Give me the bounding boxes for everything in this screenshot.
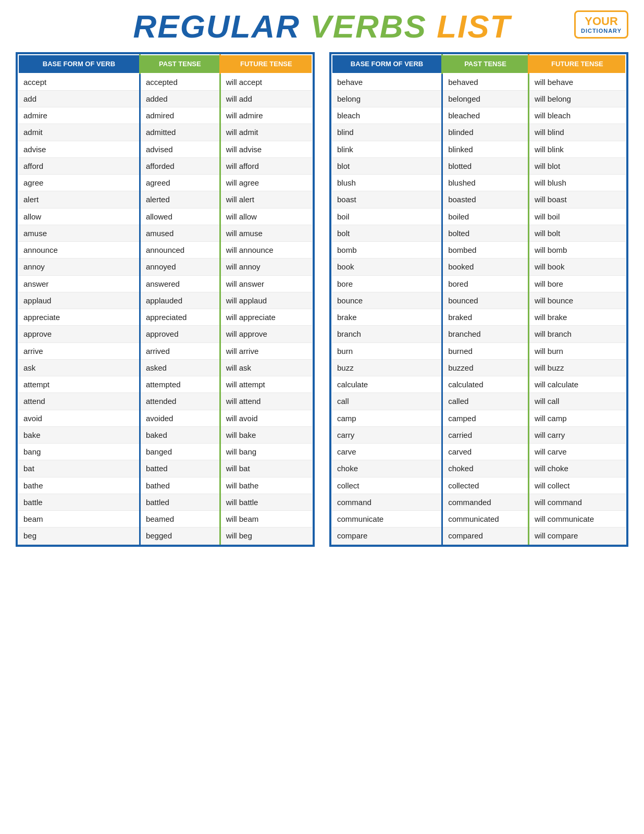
- past-tense: avoided: [140, 410, 220, 426]
- table-row: collect collected will collect: [332, 477, 626, 494]
- table-row: amuse amused will amuse: [18, 225, 312, 241]
- base-form: call: [332, 393, 442, 410]
- future-tense: will belong: [528, 90, 626, 107]
- past-tense: bleached: [442, 107, 529, 124]
- past-tense: boasted: [442, 191, 529, 208]
- past-tense: attempted: [140, 376, 220, 393]
- table-row: carve carved will carve: [332, 444, 626, 460]
- right-header-past: PAST TENSE: [442, 55, 529, 73]
- title-regular: REGULAR: [133, 8, 301, 44]
- past-tense: advised: [140, 141, 220, 157]
- table-row: book booked will book: [332, 259, 626, 275]
- table-row: blind blinded will blind: [332, 124, 626, 141]
- future-tense: will ask: [220, 359, 312, 376]
- future-tense: will bore: [528, 275, 626, 292]
- future-tense: will bomb: [528, 242, 626, 259]
- base-form: behave: [332, 73, 442, 91]
- future-tense: will arrive: [220, 342, 312, 359]
- base-form: compare: [332, 528, 442, 544]
- past-tense: camped: [442, 410, 529, 426]
- future-tense: will alert: [220, 191, 312, 208]
- future-tense: will attend: [220, 393, 312, 410]
- future-tense: will allow: [220, 208, 312, 225]
- past-tense: bored: [442, 275, 529, 292]
- base-form: attempt: [18, 376, 140, 393]
- table-row: allow allowed will allow: [18, 208, 312, 225]
- future-tense: will blot: [528, 157, 626, 174]
- future-tense: will blind: [528, 124, 626, 141]
- base-form: battle: [18, 494, 140, 510]
- past-tense: communicated: [442, 511, 529, 528]
- past-tense: amused: [140, 225, 220, 241]
- future-tense: will add: [220, 90, 312, 107]
- past-tense: burned: [442, 342, 529, 359]
- table-row: appreciate appreciated will appreciate: [18, 309, 312, 326]
- future-tense: will admit: [220, 124, 312, 141]
- base-form: add: [18, 90, 140, 107]
- past-tense: behaved: [442, 73, 529, 91]
- base-form: choke: [332, 460, 442, 477]
- past-tense: compared: [442, 528, 529, 544]
- title-verbs: VERBS: [310, 8, 427, 44]
- future-tense: will accept: [220, 73, 312, 91]
- past-tense: admitted: [140, 124, 220, 141]
- past-tense: appreciated: [140, 309, 220, 326]
- table-row: bang banged will bang: [18, 444, 312, 460]
- future-tense: will approve: [220, 326, 312, 342]
- table-row: accept accepted will accept: [18, 73, 312, 91]
- past-tense: bounced: [442, 292, 529, 309]
- future-tense: will agree: [220, 175, 312, 191]
- table-row: answer answered will answer: [18, 275, 312, 292]
- future-tense: will annoy: [220, 259, 312, 275]
- future-tense: will advise: [220, 141, 312, 157]
- table-row: buzz buzzed will buzz: [332, 359, 626, 376]
- past-tense: annoyed: [140, 259, 220, 275]
- past-tense: blinked: [442, 141, 529, 157]
- table-row: bore bored will bore: [332, 275, 626, 292]
- past-tense: braked: [442, 309, 529, 326]
- past-tense: collected: [442, 477, 529, 494]
- tables-wrapper: BASE FORM OF VERB PAST TENSE FUTURE TENS…: [16, 52, 628, 547]
- base-form: boast: [332, 191, 442, 208]
- table-row: boast boasted will boast: [332, 191, 626, 208]
- past-tense: alerted: [140, 191, 220, 208]
- table-row: attempt attempted will attempt: [18, 376, 312, 393]
- future-tense: will brake: [528, 309, 626, 326]
- future-tense: will bolt: [528, 225, 626, 241]
- future-tense: will blush: [528, 175, 626, 191]
- table-row: belong belonged will belong: [332, 90, 626, 107]
- base-form: annoy: [18, 259, 140, 275]
- table-row: admit admitted will admit: [18, 124, 312, 141]
- future-tense: will choke: [528, 460, 626, 477]
- past-tense: agreed: [140, 175, 220, 191]
- base-form: bake: [18, 426, 140, 443]
- table-row: attend attended will attend: [18, 393, 312, 410]
- future-tense: will boast: [528, 191, 626, 208]
- right-verb-table: BASE FORM OF VERB PAST TENSE FUTURE TENS…: [331, 54, 626, 545]
- table-row: calculate calculated will calculate: [332, 376, 626, 393]
- left-table-container: BASE FORM OF VERB PAST TENSE FUTURE TENS…: [16, 52, 315, 547]
- past-tense: boiled: [442, 208, 529, 225]
- base-form: answer: [18, 275, 140, 292]
- table-row: afford afforded will afford: [18, 157, 312, 174]
- past-tense: blushed: [442, 175, 529, 191]
- table-row: agree agreed will agree: [18, 175, 312, 191]
- past-tense: banged: [140, 444, 220, 460]
- table-row: blush blushed will blush: [332, 175, 626, 191]
- future-tense: will admire: [220, 107, 312, 124]
- table-row: applaud applauded will applaud: [18, 292, 312, 309]
- table-row: blot blotted will blot: [332, 157, 626, 174]
- base-form: approve: [18, 326, 140, 342]
- future-tense: will carry: [528, 426, 626, 443]
- base-form: blot: [332, 157, 442, 174]
- base-form: bleach: [332, 107, 442, 124]
- base-form: bore: [332, 275, 442, 292]
- past-tense: called: [442, 393, 529, 410]
- base-form: bomb: [332, 242, 442, 259]
- past-tense: blinded: [442, 124, 529, 141]
- logo-dictionary: DICTIONARY: [581, 28, 622, 34]
- logo: YOUR DICTIONARY: [574, 10, 628, 39]
- future-tense: will buzz: [528, 359, 626, 376]
- table-row: arrive arrived will arrive: [18, 342, 312, 359]
- table-row: branch branched will branch: [332, 326, 626, 342]
